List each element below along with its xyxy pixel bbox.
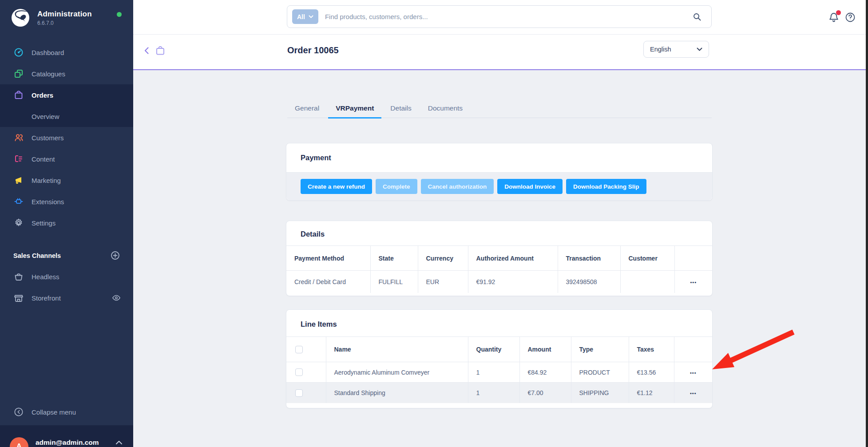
sidebar-item-dashboard[interactable]: Dashboard bbox=[0, 42, 133, 63]
create-refund-button[interactable]: Create a new refund bbox=[301, 179, 372, 194]
app-title: Administration bbox=[37, 10, 92, 19]
cell-amount: €7.00 bbox=[519, 383, 571, 403]
cell-currency: EUR bbox=[418, 271, 468, 293]
col-amount: Amount bbox=[519, 337, 571, 362]
sidebar: Administration 6.6.7.0 Dashboard Catalog… bbox=[0, 0, 133, 447]
context-menu-button[interactable]: ••• bbox=[690, 371, 697, 376]
col-name: Name bbox=[326, 337, 468, 362]
tab-general[interactable]: General bbox=[287, 99, 327, 119]
storefront-channel-icon bbox=[14, 293, 24, 303]
col-actions bbox=[674, 246, 712, 271]
download-invoice-button[interactable]: Download Invoice bbox=[497, 179, 563, 194]
cell-authorized-amount: €91.92 bbox=[468, 271, 558, 293]
collapse-menu-button[interactable]: Collapse menu bbox=[0, 401, 133, 423]
vertical-scrollbar[interactable] bbox=[866, 0, 868, 447]
user-menu[interactable]: A admin@admin.com bbox=[0, 425, 133, 447]
col-actions bbox=[674, 337, 712, 362]
col-currency: Currency bbox=[418, 246, 468, 271]
cell-amount: €84.92 bbox=[519, 362, 571, 383]
chevron-down-icon bbox=[697, 47, 702, 51]
orders-icon bbox=[14, 90, 24, 100]
catalogues-icon bbox=[14, 69, 24, 79]
table-row: Credit / Debit Card FULFILL EUR €91.92 3… bbox=[286, 271, 712, 293]
smartbar: Order 10065 English bbox=[133, 35, 866, 70]
help-button[interactable] bbox=[845, 12, 856, 23]
red-arrow-annotation bbox=[706, 325, 799, 374]
sidebar-item-orders-overview[interactable]: Overview bbox=[0, 106, 133, 127]
status-dot bbox=[117, 12, 122, 17]
cell-taxes: €1.12 bbox=[629, 383, 674, 403]
cell-name: Standard Shipping bbox=[326, 383, 468, 403]
col-customer: Customer bbox=[620, 246, 674, 271]
search-input[interactable] bbox=[325, 13, 693, 20]
settings-icon bbox=[14, 218, 24, 228]
col-authorized-amount: Authorized Amount bbox=[468, 246, 558, 271]
complete-button[interactable]: Complete bbox=[376, 179, 417, 194]
sidebar-item-catalogues[interactable]: Catalogues bbox=[0, 63, 133, 84]
context-menu-button[interactable]: ••• bbox=[690, 391, 697, 396]
chevron-left-icon bbox=[142, 46, 152, 55]
payment-details-table: Payment Method State Currency Authorized… bbox=[286, 245, 712, 293]
cell-transaction: 392498508 bbox=[558, 271, 620, 293]
sidebar-item-content[interactable]: Content bbox=[0, 148, 133, 170]
details-card-title: Details bbox=[301, 230, 325, 238]
sidebar-item-storefront[interactable]: Storefront bbox=[0, 287, 133, 309]
cell-type: SHIPPING bbox=[571, 383, 629, 403]
row-checkbox[interactable] bbox=[295, 368, 303, 376]
payment-card-title: Payment bbox=[301, 154, 331, 162]
cancel-authorization-button[interactable]: Cancel authorization bbox=[421, 179, 494, 194]
question-circle-icon bbox=[845, 12, 856, 23]
line-items-card-title: Line Items bbox=[301, 320, 337, 328]
details-card: Details Payment Method State Currency Au… bbox=[286, 221, 713, 296]
table-row: Aerodynamic Aluminum Comveyer 1 €84.92 P… bbox=[286, 362, 712, 383]
notification-badge bbox=[836, 10, 841, 15]
shopware-logo-icon bbox=[11, 8, 30, 28]
search-icon[interactable] bbox=[693, 12, 702, 21]
line-items-table: Name Quantity Amount Type Taxes Aerodyna… bbox=[286, 336, 712, 403]
sidebar-item-extensions[interactable]: Extensions bbox=[0, 191, 133, 212]
sidebar-item-settings[interactable]: Settings bbox=[0, 212, 133, 233]
visibility-eye-icon[interactable] bbox=[112, 293, 121, 302]
user-avatar: A bbox=[10, 437, 28, 447]
col-quantity: Quantity bbox=[468, 337, 519, 362]
cell-taxes: €13.56 bbox=[629, 362, 674, 383]
cell-name: Aerodynamic Aluminum Comveyer bbox=[326, 362, 468, 383]
tab-vrpayment[interactable]: VRPayment bbox=[328, 99, 381, 119]
cell-quantity: 1 bbox=[468, 383, 519, 403]
chevron-down-icon bbox=[309, 15, 313, 18]
order-bag-icon bbox=[155, 45, 166, 56]
cell-quantity: 1 bbox=[468, 362, 519, 383]
row-checkbox[interactable] bbox=[295, 389, 303, 397]
search-filter-dropdown[interactable]: All bbox=[292, 9, 318, 24]
sidebar-item-marketing[interactable]: Marketing bbox=[0, 170, 133, 191]
col-taxes: Taxes bbox=[629, 337, 674, 362]
customers-icon bbox=[14, 133, 24, 142]
add-sales-channel-icon[interactable] bbox=[111, 251, 120, 260]
col-state: State bbox=[370, 246, 418, 271]
back-button[interactable] bbox=[142, 46, 152, 55]
payment-card: Payment Create a new refund Complete Can… bbox=[286, 143, 713, 201]
download-packing-slip-button[interactable]: Download Packing Slip bbox=[566, 179, 646, 194]
order-tabs: General VRPayment Details Documents bbox=[287, 99, 712, 118]
chevron-up-icon bbox=[115, 440, 123, 445]
marketing-icon bbox=[14, 175, 24, 185]
page-title: Order 10065 bbox=[287, 45, 339, 55]
notifications-button[interactable] bbox=[828, 12, 840, 24]
col-payment-method: Payment Method bbox=[286, 246, 370, 271]
sidebar-item-customers[interactable]: Customers bbox=[0, 127, 133, 148]
context-menu-button[interactable]: ••• bbox=[690, 280, 697, 285]
collapse-chevron-icon bbox=[14, 407, 24, 417]
table-row: Standard Shipping 1 €7.00 SHIPPING €1.12… bbox=[286, 383, 712, 403]
extensions-icon bbox=[14, 197, 24, 206]
col-transaction: Transaction bbox=[558, 246, 620, 271]
tab-documents[interactable]: Documents bbox=[420, 99, 470, 119]
cell-customer bbox=[620, 271, 674, 293]
sidebar-item-orders[interactable]: Orders bbox=[0, 84, 133, 106]
sidebar-item-headless[interactable]: Headless bbox=[0, 266, 133, 287]
sales-channels-header: Sales Channels bbox=[13, 251, 120, 260]
select-all-checkbox[interactable] bbox=[295, 346, 303, 353]
col-type: Type bbox=[571, 337, 629, 362]
content-icon bbox=[14, 154, 24, 164]
language-select[interactable]: English bbox=[643, 41, 709, 58]
tab-details[interactable]: Details bbox=[383, 99, 419, 119]
